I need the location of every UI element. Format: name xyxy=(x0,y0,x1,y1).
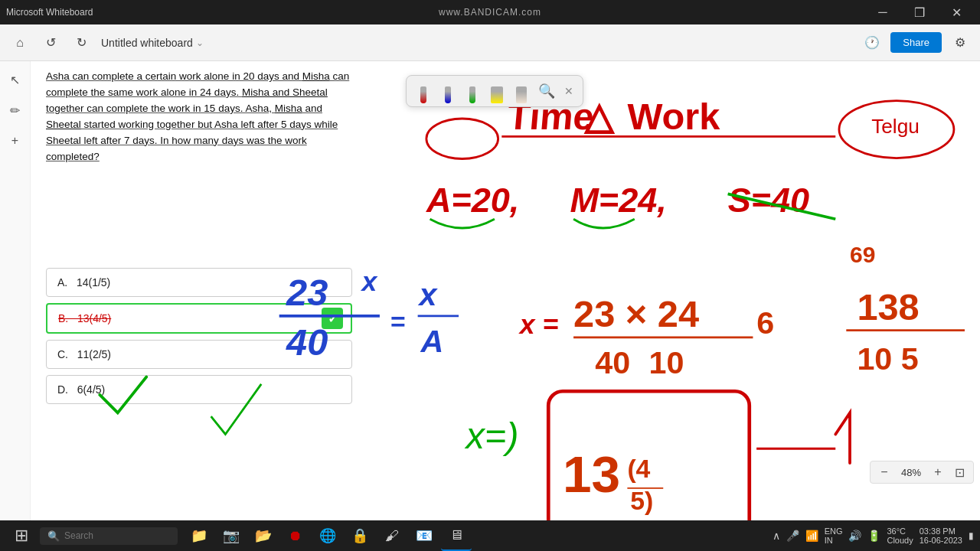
add-object-button[interactable]: + xyxy=(3,129,28,153)
chevron-down-icon[interactable]: ⌄ xyxy=(196,37,204,48)
canvas-area[interactable]: Asha can complete a certain work alone i… xyxy=(31,61,980,520)
svg-text:x=): x=) xyxy=(464,415,518,456)
taskbar-mail[interactable]: 📧 xyxy=(409,520,439,551)
yellow-pen-tool[interactable] xyxy=(486,79,508,103)
search-icon: 🔍 xyxy=(47,530,60,542)
svg-text:A: A xyxy=(420,324,443,359)
titlebar-controls: ─ ❒ ✕ xyxy=(865,0,974,24)
titlebar-left: Microsoft Whiteboard xyxy=(6,7,93,18)
toolbar-right: 🕐 Share ⚙ xyxy=(858,29,974,57)
pen-toolbar-close-button[interactable]: ✕ xyxy=(561,83,577,99)
svg-text:Telgu: Telgu xyxy=(871,115,920,138)
svg-text:=: = xyxy=(390,307,406,336)
svg-text:69: 69 xyxy=(850,242,875,267)
svg-text:6: 6 xyxy=(756,305,774,341)
titlebar-url: www.BANDICAM.com xyxy=(439,7,541,18)
taskbar-camera[interactable]: 📷 xyxy=(216,520,247,551)
taskbar-icons: 📁 📷 📂 ⏺ 🌐 🔒 🖌 📧 🖥 xyxy=(184,520,472,551)
taskbar-file-explorer[interactable]: 📁 xyxy=(184,520,214,551)
close-button[interactable]: ✕ xyxy=(939,0,974,24)
svg-text:10 5: 10 5 xyxy=(857,341,918,377)
clock-display: 03:38 PM16-06-2023 xyxy=(920,527,962,545)
share-button[interactable]: Share xyxy=(890,32,942,53)
eraser-tool[interactable] xyxy=(511,79,532,103)
weather-display: 36°CCloudy xyxy=(887,527,913,545)
redo-button[interactable]: ↻ xyxy=(67,29,95,57)
taskbar-container: ⊞ 🔍 📁 📷 📂 ⏺ 🌐 🔒 🖌 📧 🖥 ∧ 🎤 📶 ENGIN 🔊 🔋 xyxy=(6,520,974,551)
app-name: Microsoft Whiteboard xyxy=(6,7,93,18)
home-button[interactable]: ⌂ xyxy=(6,29,34,57)
taskbar-paint[interactable]: 🖌 xyxy=(377,520,407,551)
svg-text:x: x xyxy=(361,266,378,297)
zoom-controls: − 48% + ⊡ xyxy=(870,461,974,484)
show-desktop-button[interactable]: ▮ xyxy=(969,530,974,541)
whiteboard-title-container: Untitled whiteboard ⌄ xyxy=(101,37,204,49)
svg-point-0 xyxy=(426,119,498,159)
svg-text:△: △ xyxy=(583,96,616,137)
fit-screen-button[interactable]: ⊡ xyxy=(950,463,969,481)
taskbar: ⊞ 🔍 📁 📷 📂 ⏺ 🌐 🔒 🖌 📧 🖥 ∧ 🎤 📶 ENGIN 🔊 🔋 xyxy=(0,520,980,551)
svg-text:(4: (4 xyxy=(627,454,650,483)
cursor-tool-button[interactable]: ↖ xyxy=(3,67,28,92)
taskbar-record[interactable]: ⏺ xyxy=(280,520,311,551)
network-icon[interactable]: 📶 xyxy=(805,530,818,542)
taskbar-lock[interactable]: 🔒 xyxy=(345,520,375,551)
system-tray: ∧ 🎤 📶 ENGIN 🔊 🔋 36°CCloudy 03:38 PM16-06… xyxy=(773,527,974,545)
taskbar-chrome[interactable]: 🌐 xyxy=(312,520,343,551)
svg-text:Work: Work xyxy=(627,96,720,137)
app-toolbar: ⌂ ↺ ↻ Untitled whiteboard ⌄ 🕐 Share ⚙ xyxy=(0,24,980,61)
svg-text:13: 13 xyxy=(563,445,620,503)
red-pen-tool[interactable] xyxy=(413,79,434,103)
taskbar-whiteboard[interactable]: 🖥 xyxy=(441,520,472,551)
left-panel: ↖ ✏ + xyxy=(0,61,31,520)
svg-text:23: 23 xyxy=(286,272,328,313)
whiteboard-title: Untitled whiteboard xyxy=(101,37,193,49)
svg-text:5): 5) xyxy=(630,486,653,515)
pen-toolbar: 🔍 ✕ xyxy=(406,75,583,107)
taskbar-folder[interactable]: 📂 xyxy=(248,520,279,551)
zoom-in-button[interactable]: + xyxy=(929,463,947,481)
svg-text:x: x xyxy=(418,277,439,312)
whiteboard-drawings: Time △ Work Telgu A=20, M=24, S=40 23 40… xyxy=(31,61,980,520)
svg-text:40: 40 xyxy=(595,345,630,380)
minimize-button[interactable]: ─ xyxy=(865,0,900,24)
svg-text:138: 138 xyxy=(857,286,919,328)
search-icon[interactable]: 🔍 xyxy=(535,80,558,103)
svg-text:40: 40 xyxy=(286,321,328,363)
tray-arrow[interactable]: ∧ xyxy=(773,530,780,542)
restore-button[interactable]: ❒ xyxy=(902,0,937,24)
settings-button[interactable]: ⚙ xyxy=(946,29,974,57)
svg-text:10: 10 xyxy=(649,345,684,380)
start-button[interactable]: ⊞ xyxy=(6,520,37,551)
green-pen-tool[interactable] xyxy=(462,79,483,103)
svg-text:S=40: S=40 xyxy=(728,181,809,220)
zoom-level: 48% xyxy=(897,467,926,478)
search-bar[interactable]: 🔍 xyxy=(40,527,178,545)
language-icon: ENGIN xyxy=(825,527,843,545)
svg-text:23 × 24: 23 × 24 xyxy=(573,293,699,334)
blue-pen-tool[interactable] xyxy=(437,79,459,103)
svg-text:A=20,: A=20, xyxy=(426,181,519,220)
svg-text:M=24,: M=24, xyxy=(570,181,666,220)
svg-text:x =: x = xyxy=(518,309,559,340)
pen-tool-button[interactable]: ✏ xyxy=(3,98,28,122)
title-bar: Microsoft Whiteboard www.BANDICAM.com ─ … xyxy=(0,0,980,24)
microphone-icon[interactable]: 🎤 xyxy=(786,530,799,542)
battery-icon[interactable]: 🔋 xyxy=(867,530,880,542)
zoom-out-button[interactable]: − xyxy=(875,463,893,481)
undo-button[interactable]: ↺ xyxy=(37,29,64,57)
history-button[interactable]: 🕐 xyxy=(858,29,886,57)
search-input[interactable] xyxy=(64,530,156,541)
volume-icon[interactable]: 🔊 xyxy=(848,530,861,542)
